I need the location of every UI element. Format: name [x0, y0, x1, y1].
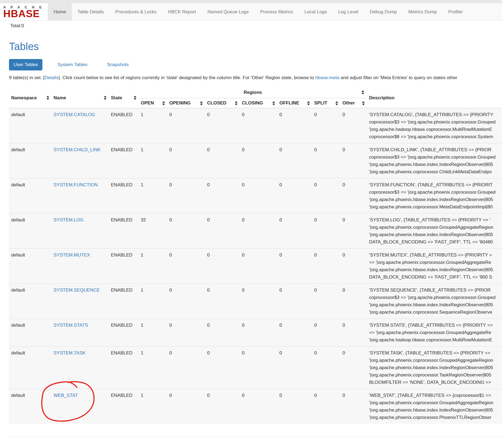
other-count[interactable]: 0	[340, 143, 367, 178]
split-count[interactable]: 0	[312, 319, 340, 347]
closing-count[interactable]: 0	[240, 319, 277, 347]
closing-count[interactable]: 0	[240, 214, 277, 249]
tab-system-tables[interactable]: System Tables	[53, 59, 92, 70]
other-count[interactable]: 0	[340, 284, 367, 319]
sort-icon[interactable]	[46, 96, 49, 100]
offline-count[interactable]: 0	[277, 214, 312, 249]
opening-count[interactable]: 0	[167, 178, 205, 214]
table-name-link[interactable]: SYSTEM.MUTEX	[54, 252, 90, 258]
nav-item-home[interactable]: Home	[48, 3, 71, 20]
closed-count[interactable]: 0	[205, 319, 240, 347]
nav-item-procedures-locks[interactable]: Procedures & Locks	[110, 3, 162, 20]
offline-count[interactable]: 0	[277, 143, 312, 178]
open-count[interactable]: 1	[139, 319, 167, 347]
table-name-link[interactable]: SYSTEM.CHILD_LINK	[54, 147, 101, 152]
table-name-link[interactable]: SYSTEM.FUNCTION	[54, 182, 98, 187]
sort-icon[interactable]	[235, 101, 238, 105]
opening-count[interactable]: 0	[167, 249, 205, 284]
offline-count[interactable]: 0	[277, 284, 312, 319]
closing-count[interactable]: 0	[240, 249, 277, 284]
closed-count[interactable]: 0	[205, 249, 240, 284]
open-count[interactable]: 1	[139, 143, 167, 178]
nav-item-debug-dump[interactable]: Debug Dump	[364, 3, 403, 20]
other-count[interactable]: 0	[340, 178, 367, 214]
header-namespace[interactable]: Namespace	[9, 86, 51, 108]
sort-icon[interactable]	[162, 101, 165, 105]
hbase-logo[interactable]: A P A C H E HBASE	[0, 3, 48, 20]
closed-count[interactable]: 0	[205, 108, 240, 143]
tab-snapshots[interactable]: Snapshots	[102, 59, 133, 70]
open-count[interactable]: 1	[139, 284, 167, 319]
other-count[interactable]: 0	[340, 214, 367, 249]
opening-count[interactable]: 0	[167, 214, 205, 249]
nav-item-log-level[interactable]: Log Level	[332, 3, 364, 20]
nav-item-table-details[interactable]: Table Details	[72, 3, 110, 20]
other-count[interactable]: 0	[340, 319, 367, 347]
table-name-link[interactable]: SYSTEM.LOG	[54, 217, 84, 223]
sort-icon[interactable]	[335, 101, 338, 105]
table-name-link[interactable]: SYSTEM.STATS	[54, 323, 88, 328]
header-closing[interactable]: CLOSING	[240, 98, 277, 108]
closing-count[interactable]: 0	[240, 108, 277, 143]
details-link[interactable]: Details	[44, 75, 58, 80]
tab-user-tables[interactable]: User Tables	[9, 59, 42, 70]
table-name-link[interactable]: WEB_STAT	[54, 393, 78, 398]
opening-count[interactable]: 0	[167, 284, 205, 319]
header-state[interactable]: State	[109, 86, 139, 108]
closing-count[interactable]: 0	[240, 389, 277, 424]
sort-icon[interactable]	[361, 90, 364, 94]
header-offline[interactable]: OFFLINE	[277, 98, 312, 108]
closed-count[interactable]: 0	[205, 178, 240, 214]
split-count[interactable]: 0	[312, 178, 340, 214]
sort-icon[interactable]	[134, 96, 136, 100]
split-count[interactable]: 0	[312, 249, 340, 284]
header-regions-group[interactable]: Regions	[139, 86, 367, 98]
offline-count[interactable]: 0	[277, 108, 312, 143]
closing-count[interactable]: 0	[240, 284, 277, 319]
split-count[interactable]: 0	[312, 389, 340, 424]
header-split[interactable]: SPLIT	[312, 98, 340, 108]
other-count[interactable]: 0	[340, 249, 367, 284]
open-count[interactable]: 1	[139, 389, 167, 424]
sort-icon[interactable]	[307, 101, 310, 105]
other-count[interactable]: 0	[340, 347, 367, 389]
closed-count[interactable]: 0	[205, 143, 240, 178]
opening-count[interactable]: 0	[167, 347, 205, 389]
offline-count[interactable]: 0	[277, 178, 312, 214]
opening-count[interactable]: 0	[167, 143, 205, 178]
closed-count[interactable]: 0	[205, 284, 240, 319]
offline-count[interactable]: 0	[277, 389, 312, 424]
sort-icon[interactable]	[362, 101, 365, 105]
hbase-meta-link[interactable]: hbase:meta	[315, 75, 339, 80]
nav-item-metrics-dump[interactable]: Metrics Dump	[403, 3, 442, 20]
header-open[interactable]: OPEN	[139, 98, 167, 108]
other-count[interactable]: 0	[340, 108, 367, 143]
table-name-link[interactable]: SYSTEM.TASK	[54, 350, 86, 356]
nav-item-hbck-report[interactable]: HBCK Report	[162, 3, 202, 20]
split-count[interactable]: 0	[312, 214, 340, 249]
offline-count[interactable]: 0	[277, 249, 312, 284]
closed-count[interactable]: 0	[205, 347, 240, 389]
other-count[interactable]: 0	[340, 389, 367, 424]
nav-item-profiler[interactable]: Profiler	[442, 3, 469, 20]
header-name[interactable]: Name	[51, 86, 109, 108]
open-count[interactable]: 32	[139, 214, 167, 249]
opening-count[interactable]: 0	[167, 389, 205, 424]
split-count[interactable]: 0	[312, 143, 340, 178]
open-count[interactable]: 1	[139, 108, 167, 143]
header-opening[interactable]: OPENING	[167, 98, 205, 108]
sort-icon[interactable]	[272, 101, 275, 105]
closing-count[interactable]: 0	[240, 178, 277, 214]
opening-count[interactable]: 0	[167, 319, 205, 347]
open-count[interactable]: 1	[139, 249, 167, 284]
opening-count[interactable]: 0	[167, 108, 205, 143]
split-count[interactable]: 0	[312, 108, 340, 143]
open-count[interactable]: 1	[139, 347, 167, 389]
closing-count[interactable]: 0	[240, 143, 277, 178]
nav-item-named-queue-logs[interactable]: Named Queue Logs	[202, 3, 254, 20]
open-count[interactable]: 1	[139, 178, 167, 214]
header-closed[interactable]: CLOSED	[205, 98, 240, 108]
sort-icon[interactable]	[200, 101, 203, 105]
split-count[interactable]: 0	[312, 347, 340, 389]
closed-count[interactable]: 0	[205, 214, 240, 249]
